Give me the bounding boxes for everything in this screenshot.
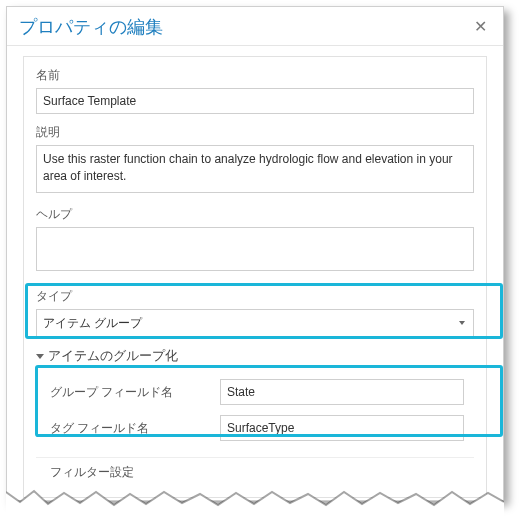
name-label: 名前: [36, 67, 474, 84]
tag-field-row: タグ フィールド名: [50, 415, 464, 441]
close-button[interactable]: ✕: [470, 17, 491, 37]
type-selected-value: アイテム グループ: [43, 315, 142, 332]
form-body: 名前 説明 ヘルプ タイプ アイテム グループ アイテムのグループ: [7, 46, 503, 498]
name-input[interactable]: [36, 88, 474, 114]
caret-down-icon: [36, 354, 44, 359]
grouping-section-header[interactable]: アイテムのグループ化: [36, 347, 474, 365]
group-field-label: グループ フィールド名: [50, 384, 220, 401]
help-field-group: ヘルプ: [36, 206, 474, 274]
form-panel: 名前 説明 ヘルプ タイプ アイテム グループ アイテムのグループ: [23, 56, 487, 498]
close-icon: ✕: [474, 18, 487, 35]
filter-section-label: フィルター設定: [36, 457, 474, 483]
grouping-section-label: アイテムのグループ化: [48, 347, 178, 365]
tag-field-input[interactable]: [220, 415, 464, 441]
description-field-group: 説明: [36, 124, 474, 196]
description-input[interactable]: [36, 145, 474, 193]
grouping-subpanel: グループ フィールド名 タグ フィールド名: [36, 371, 474, 457]
help-label: ヘルプ: [36, 206, 474, 223]
type-label: タイプ: [36, 288, 474, 305]
description-label: 説明: [36, 124, 474, 141]
group-field-row: グループ フィールド名: [50, 379, 464, 405]
dialog-title: プロパティの編集: [19, 15, 163, 39]
dialog-header: プロパティの編集 ✕: [7, 7, 503, 46]
tag-field-label: タグ フィールド名: [50, 420, 220, 437]
name-field-group: 名前: [36, 67, 474, 114]
group-field-input[interactable]: [220, 379, 464, 405]
edit-properties-dialog: プロパティの編集 ✕ 名前 説明 ヘルプ タイプ アイテム グループ: [6, 6, 504, 501]
chevron-down-icon: [459, 321, 465, 325]
type-dropdown[interactable]: アイテム グループ: [36, 309, 474, 337]
type-field-group: タイプ アイテム グループ: [36, 288, 474, 337]
help-input[interactable]: [36, 227, 474, 271]
